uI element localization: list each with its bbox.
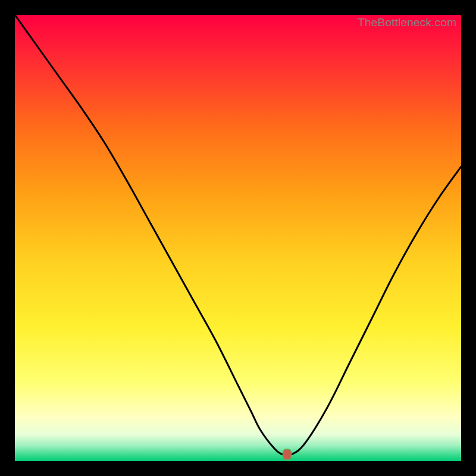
gradient-background <box>15 15 461 461</box>
optimum-marker <box>283 449 292 460</box>
watermark-text: TheBottleneck.com <box>358 16 456 29</box>
plot-area: TheBottleneck.com <box>15 15 461 461</box>
chart-frame: TheBottleneck.com <box>0 0 476 476</box>
chart-svg <box>15 15 461 461</box>
